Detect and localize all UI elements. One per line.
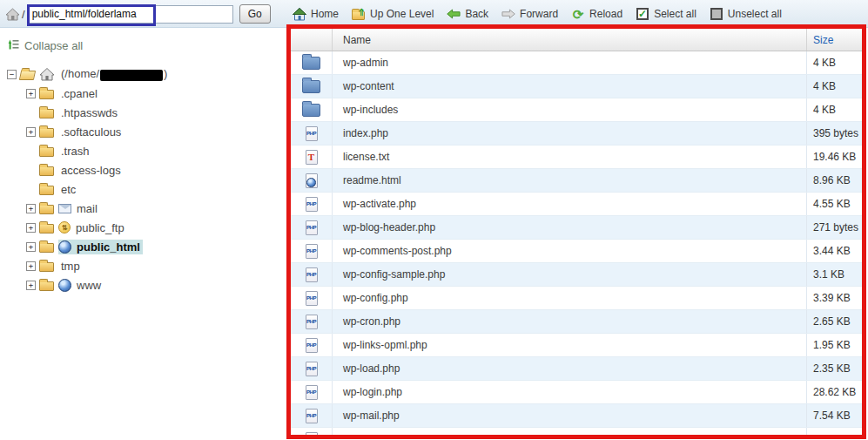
tree-item-mail[interactable]: + mail [26, 199, 286, 218]
tree-item-label: tmp [58, 259, 83, 274]
file-table-header: Name Size [291, 29, 862, 51]
tree-item-www[interactable]: + www [26, 275, 286, 294]
file-row-wp-links-opml.php[interactable]: wp-links-opml.php 1.95 KB [291, 334, 862, 357]
php-icon [306, 291, 318, 306]
file-name: wp-load.php [343, 362, 400, 375]
toolbar-button-label: Unselect all [728, 8, 782, 20]
file-row-wp-comments-post.php[interactable]: wp-comments-post.php 3.44 KB [291, 240, 862, 263]
tree-expander-icon[interactable]: + [26, 127, 36, 137]
file-row-wp-config.php[interactable]: wp-config.php 3.39 KB [291, 287, 862, 310]
tree-item-dot-cpanel[interactable]: + .cpanel [26, 84, 286, 103]
folder-icon [39, 126, 55, 138]
tree-item-label: www [74, 278, 104, 293]
go-button[interactable]: Go [239, 4, 271, 24]
file-row-readme.html[interactable]: readme.html 8.96 KB [291, 169, 862, 193]
globe-icon [58, 279, 71, 292]
tree-expander-icon[interactable]: + [26, 204, 36, 213]
tree-expander-icon[interactable]: + [26, 281, 36, 290]
collapse-all-icon [7, 38, 19, 53]
file-name: wp-blog-header.php [343, 221, 435, 234]
tree-item-label: .softaculous [58, 125, 124, 139]
folder-icon [39, 88, 55, 99]
toolbar-button-label: Home [311, 8, 339, 20]
tree-expander-icon[interactable]: + [26, 261, 36, 271]
tree-item-dot-trash[interactable]: .trash [26, 141, 286, 160]
path-root-slash: / [22, 8, 25, 21]
tree-item-tmp[interactable]: + tmp [26, 256, 286, 275]
file-row-wp-activate.php[interactable]: wp-activate.php 4.55 KB [291, 193, 862, 216]
file-size: 9.67 KB [807, 433, 862, 439]
file-size: 395 bytes [807, 127, 862, 139]
file-row-wp-admin[interactable]: wp-admin 4 KB [291, 51, 862, 75]
file-row-wp-blog-header.php[interactable]: wp-blog-header.php 271 bytes [291, 216, 862, 240]
home-path-icon[interactable] [5, 8, 20, 21]
file-row-wp-includes[interactable]: wp-includes 4 KB [291, 98, 862, 122]
php-icon [306, 315, 318, 329]
php-icon [306, 385, 318, 400]
toolbar-button-select-all[interactable]: ✓Select all [636, 7, 696, 21]
toolbar-button-forward[interactable]: Forward [501, 7, 558, 21]
size-column-header[interactable]: Size [807, 29, 862, 51]
tree-item-dot-htpasswds[interactable]: .htpasswds [26, 103, 286, 122]
file-size: 4 KB [807, 80, 862, 92]
file-size: 8.96 KB [807, 174, 862, 186]
unselect-all-checkbox-icon [710, 7, 723, 21]
toolbar-button-label: Select all [654, 8, 696, 20]
php-icon [306, 267, 318, 282]
file-row-wp-mail.php[interactable]: wp-mail.php 7.54 KB [291, 404, 862, 428]
toolbar-button-label: Reload [589, 8, 622, 20]
file-row-wp-cron.php[interactable]: wp-cron.php 2.65 KB [291, 310, 862, 334]
file-row-wp-settings.php[interactable]: wp-settings.php 9.67 KB [291, 428, 862, 439]
tree-item-home-root[interactable]: − (/home/) [7, 64, 286, 84]
file-name: license.txt [343, 151, 389, 163]
tree-item-label: mail [74, 201, 100, 216]
file-name: wp-activate.php [343, 198, 416, 210]
file-size: 2.35 KB [807, 362, 862, 375]
tree-expander-icon [26, 185, 36, 194]
tree-item-public_html[interactable]: + public_html [26, 237, 286, 256]
file-size: 3.44 KB [807, 245, 862, 257]
tree-item-access-logs[interactable]: access-logs [26, 160, 286, 179]
toolbar-button-label: Back [465, 8, 488, 20]
select-all-checkbox-icon: ✓ [636, 7, 649, 21]
toolbar-button-up-one-level[interactable]: ⇑Up One Level [352, 7, 434, 21]
collapse-all-button[interactable]: Collapse all [7, 38, 286, 53]
file-row-license.txt[interactable]: license.txt 19.46 KB [291, 146, 862, 169]
toolbar-button-unselect-all[interactable]: Unselect all [710, 7, 782, 21]
file-row-wp-load.php[interactable]: wp-load.php 2.35 KB [291, 357, 862, 381]
toolbar-button-home[interactable]: Home [293, 7, 339, 21]
tree-expander-icon[interactable]: + [26, 223, 36, 233]
tree-item-etc[interactable]: etc [26, 179, 286, 199]
file-name: wp-config.php [343, 292, 408, 304]
toolbar-button-label: Forward [520, 8, 558, 20]
tree-expander-icon[interactable]: + [26, 242, 36, 252]
folder-icon [39, 146, 55, 157]
tree-expander-icon[interactable]: + [26, 89, 36, 98]
tree-item-label: .trash [58, 144, 92, 159]
tree-expander-icon[interactable]: − [7, 70, 17, 79]
file-name: index.php [343, 127, 388, 139]
path-input[interactable] [28, 5, 233, 24]
folder-icon [39, 165, 55, 176]
folder-blue-icon [302, 80, 320, 93]
file-row-wp-config-sample.php[interactable]: wp-config-sample.php 3.1 KB [291, 263, 862, 287]
home-icon [293, 7, 306, 21]
folder-blue-icon [302, 104, 320, 117]
file-size: 3.39 KB [807, 292, 862, 304]
php-icon [306, 197, 318, 212]
tree-item-public_ftp[interactable]: + ⇅public_ftp [26, 218, 286, 237]
file-row-wp-login.php[interactable]: wp-login.php 28.62 KB [291, 381, 862, 404]
toolbar-button-reload[interactable]: ⟳Reload [571, 7, 622, 21]
tree-item-label: (/home/) [58, 66, 170, 81]
name-column-header[interactable]: Name [333, 29, 807, 51]
file-size: 271 bytes [807, 221, 862, 234]
file-row-wp-content[interactable]: wp-content 4 KB [291, 75, 862, 98]
php-icon [306, 244, 318, 259]
path-bar: / Go [5, 0, 271, 28]
folder-icon [39, 261, 55, 272]
file-row-index.php[interactable]: index.php 395 bytes [291, 122, 862, 146]
tree-item-dot-softaculous[interactable]: + .softaculous [26, 122, 286, 141]
toolbar-button-back[interactable]: Back [447, 7, 488, 21]
file-size: 3.1 KB [807, 268, 862, 281]
tree-expander-icon [26, 146, 36, 156]
